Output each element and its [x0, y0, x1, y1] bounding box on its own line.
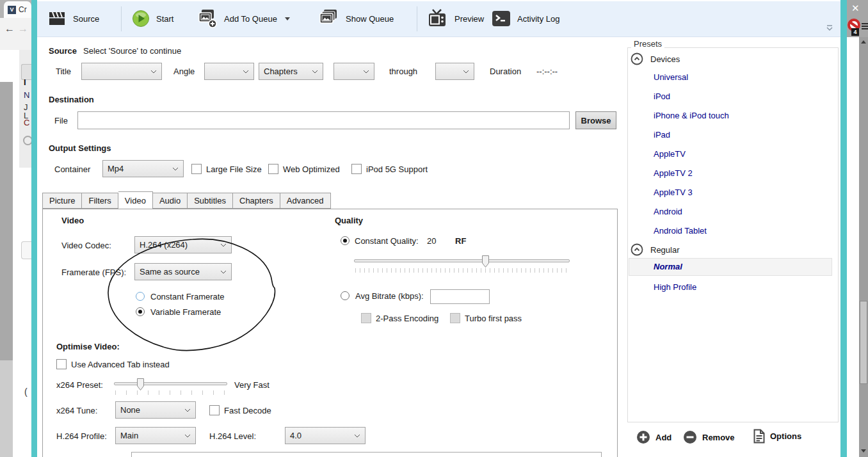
- source-button[interactable]: Source: [42, 3, 104, 34]
- x264-preset-slider-track[interactable]: [114, 382, 227, 385]
- h264-profile-select[interactable]: Main: [115, 427, 196, 444]
- file-input[interactable]: [77, 111, 570, 129]
- constant-quality-value: 20: [427, 236, 436, 246]
- constant-quality-label: Constant Quality:: [355, 236, 419, 246]
- add-to-queue-label: Add To Queue: [224, 14, 277, 24]
- preset-android[interactable]: Android: [654, 207, 682, 217]
- preset-add-button[interactable]: Add: [636, 430, 671, 444]
- h264-level-select[interactable]: 4.0: [285, 427, 366, 444]
- add-to-queue-button[interactable]: Add To Queue: [191, 3, 295, 34]
- browse-button[interactable]: Browse: [575, 111, 616, 129]
- turbo-first-pass-label: Turbo first pass: [465, 314, 522, 324]
- quality-slider-thumb[interactable]: [481, 255, 490, 268]
- preset-android-tablet[interactable]: Android Tablet: [654, 226, 707, 236]
- tab-subtitles[interactable]: Subtitles: [188, 193, 233, 209]
- duration-value: --:--:--: [536, 67, 558, 77]
- close-icon[interactable]: ✕: [851, 3, 860, 14]
- start-button[interactable]: Start: [127, 3, 179, 34]
- avg-bitrate-input[interactable]: [430, 289, 490, 304]
- browser-forward-icon[interactable]: →: [18, 24, 28, 34]
- source-button-label: Source: [73, 14, 99, 24]
- scroll-down-icon[interactable]: [861, 449, 866, 453]
- preset-appletv-3[interactable]: AppleTV 3: [654, 188, 693, 198]
- preset-ipod[interactable]: iPod: [654, 92, 670, 102]
- add-to-queue-icon: [196, 8, 218, 29]
- show-queue-icon: [317, 8, 339, 29]
- scrollbar-thumb[interactable]: [860, 301, 867, 384]
- activity-log-button[interactable]: Activity Log: [486, 3, 565, 34]
- page-teal-strip-right: [840, 0, 847, 457]
- background-browser-left: V Cr ← → I N J L C (: [0, 0, 31, 457]
- x264-preset-slider-thumb[interactable]: [136, 378, 145, 391]
- show-queue-button[interactable]: Show Queue: [312, 3, 399, 34]
- preview-label: Preview: [454, 14, 484, 24]
- x264-tune-select[interactable]: None: [115, 401, 196, 419]
- preset-options-label: Options: [770, 431, 801, 441]
- video-codec-select[interactable]: H.264 (x264): [134, 236, 232, 253]
- tab-video[interactable]: Video: [118, 191, 153, 209]
- browser-tab[interactable]: V Cr: [4, 1, 31, 18]
- constant-quality-radio[interactable]: [341, 236, 350, 245]
- source-hint: Select 'Source' to continue: [83, 46, 181, 56]
- constant-framerate-radio[interactable]: [136, 292, 145, 301]
- scroll-up-icon[interactable]: [861, 40, 866, 44]
- chapter-end-select[interactable]: [435, 63, 474, 80]
- browser-toolbar: ← →: [0, 18, 31, 51]
- ipod-5g-label: iPod 5G Support: [366, 164, 428, 175]
- title-select[interactable]: [81, 63, 162, 80]
- ipod-5g-checkbox[interactable]: [351, 164, 362, 174]
- browser-tab-favicon: V: [8, 6, 16, 14]
- browser-back-icon[interactable]: ←: [4, 24, 15, 34]
- page-button-fragment: [21, 64, 32, 80]
- quality-slider-track[interactable]: [354, 259, 570, 262]
- preset-ipad[interactable]: iPad: [654, 130, 670, 140]
- angle-select[interactable]: [204, 63, 254, 80]
- tab-filters[interactable]: Filters: [82, 193, 118, 209]
- preset-remove-button[interactable]: Remove: [683, 430, 735, 444]
- variable-framerate-radio[interactable]: [136, 307, 145, 316]
- browser-scrollbar[interactable]: [859, 37, 868, 457]
- preset-appletv-2[interactable]: AppleTV 2: [654, 168, 693, 179]
- devices-group-label: Devices: [650, 54, 680, 65]
- browser-tab-title: Cr: [19, 5, 27, 14]
- preset-appletv[interactable]: AppleTV: [654, 149, 686, 159]
- tab-audio[interactable]: Audio: [153, 193, 188, 209]
- variable-framerate-label: Variable Framerate: [150, 307, 221, 317]
- range-mode-select[interactable]: Chapters: [259, 63, 323, 80]
- x264-preset-label: x264 Preset:: [56, 380, 103, 390]
- framerate-select[interactable]: Same as source: [134, 263, 232, 280]
- text-fragment: C: [24, 118, 29, 127]
- web-optimized-label: Web Optimized: [283, 164, 340, 175]
- browse-button-label: Browse: [581, 116, 611, 125]
- preset-normal-selected[interactable]: Normal: [654, 262, 682, 272]
- chapter-start-select[interactable]: [334, 63, 374, 80]
- preset-options-button[interactable]: Options: [753, 429, 801, 444]
- x264-options-box[interactable]: [131, 452, 602, 457]
- web-optimized-checkbox[interactable]: [268, 164, 278, 174]
- source-heading: Source: [49, 46, 77, 56]
- framerate-label: Framerate (FPS):: [61, 268, 126, 278]
- devices-collapse-toggle[interactable]: [631, 52, 643, 65]
- minus-circle-icon: [683, 430, 697, 444]
- menu-icon[interactable]: [862, 23, 868, 31]
- avg-bitrate-radio[interactable]: [341, 291, 350, 300]
- tab-picture[interactable]: Picture: [42, 193, 82, 209]
- chevron-down-icon: [285, 17, 290, 20]
- use-advanced-tab-checkbox[interactable]: [56, 359, 67, 369]
- extension-badge: 4: [851, 28, 859, 36]
- preview-button[interactable]: Preview: [421, 3, 489, 34]
- large-file-size-label: Large File Size: [206, 164, 262, 175]
- container-select[interactable]: Mp4: [102, 160, 184, 177]
- tab-chapters[interactable]: Chapters: [233, 193, 280, 209]
- tab-advanced[interactable]: Advanced: [280, 193, 331, 209]
- page-teal-strip-left: [31, 0, 37, 457]
- regular-collapse-toggle[interactable]: [631, 243, 643, 256]
- fast-decode-checkbox[interactable]: [209, 405, 220, 415]
- clapperboard-icon: [47, 9, 67, 28]
- preset-iphone-ipod-touch[interactable]: iPhone & iPod touch: [654, 111, 729, 121]
- preset-high-profile[interactable]: High Profile: [654, 282, 696, 293]
- preset-universal[interactable]: Universal: [654, 72, 688, 83]
- avg-bitrate-label: Avg Bitrate (kbps):: [355, 291, 424, 301]
- toolbar-overflow-button[interactable]: [826, 24, 833, 32]
- large-file-size-checkbox[interactable]: [191, 164, 202, 174]
